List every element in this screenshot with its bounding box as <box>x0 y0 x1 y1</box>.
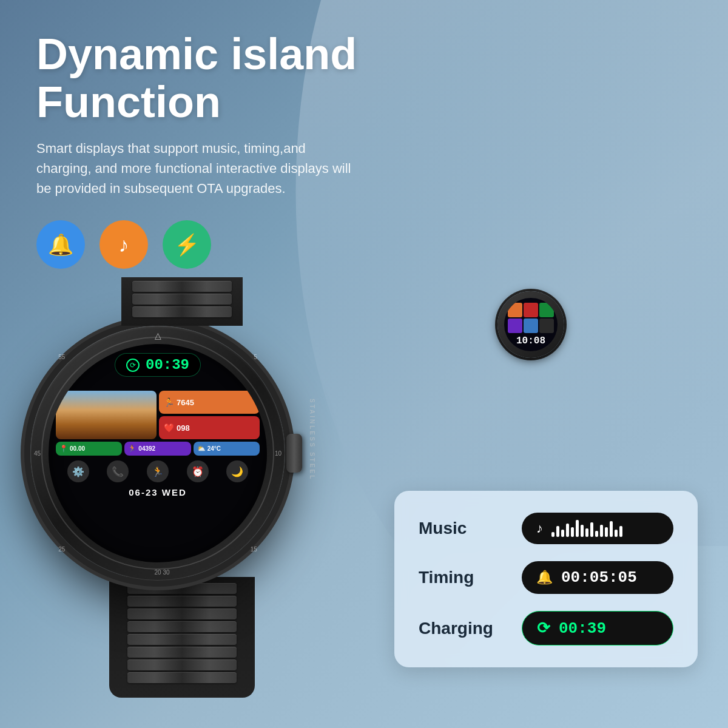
info-row-timing: Timing 🔔 00:05:05 <box>419 561 673 594</box>
feature-icons-row: 🔔 ♪ ⚡ <box>36 220 692 269</box>
music-pill-icon: ♪ <box>536 521 543 536</box>
watch-screen: ⟳ 00:39 A... 🏃 <box>49 344 267 562</box>
music-app-label: A... <box>58 377 72 387</box>
charging-label: Charging <box>419 619 497 638</box>
bezel-num-45: 45 <box>34 450 41 457</box>
header-section: Dynamic island Function Smart displays t… <box>36 30 692 269</box>
stainless-steel-label: STAINLESS STEEL <box>309 399 315 480</box>
watch-date: 06-23 WED <box>129 487 187 497</box>
watch-icon-activity[interactable]: 🏃 <box>147 460 169 482</box>
watch-bezel: △ 55 5 10 15 20 25 45 40 30 35 ⟳ 00:39 <box>30 326 285 581</box>
header-subtitle: Smart displays that support music, timin… <box>36 138 352 198</box>
music-bars <box>551 520 622 537</box>
watch-crown[interactable] <box>286 434 302 473</box>
music-note-icon: ♪ <box>119 233 129 257</box>
wrist-watch-screen: 10:08 <box>504 298 558 351</box>
watch-tile-weather: ⛅ 24°C <box>194 442 260 456</box>
watch-icon-settings[interactable]: ⚙️ <box>67 460 89 482</box>
dynamic-island-time: 00:39 <box>146 357 189 373</box>
info-row-charging: Charging ⟳ 00:39 <box>419 611 673 645</box>
steps2-value: 04392 <box>138 445 155 452</box>
timing-value: 00:05:05 <box>561 568 637 587</box>
charging-indicator-icon: ⟳ <box>126 359 140 372</box>
wrist-watch-section: 10:08 <box>497 291 564 358</box>
bezel-num-5: 5 <box>254 354 257 360</box>
bezel-mark-top: △ <box>155 331 161 340</box>
music-label: Music <box>419 519 497 538</box>
notification-icon-circle: 🔔 <box>36 220 85 269</box>
watch-band-top <box>121 277 243 326</box>
bezel-num-10: 10 <box>275 450 281 457</box>
charging-pill: ⟳ 00:39 <box>522 611 673 645</box>
watch-tile-location: 📍 00.00 <box>56 442 122 456</box>
watch-tile-steps2: 🏃 04392 <box>124 442 190 456</box>
watch-section: △ 55 5 10 15 20 25 45 40 30 35 ⟳ 00:39 <box>30 277 334 698</box>
watch-icon-sleep[interactable]: 🌙 <box>226 460 248 482</box>
watch-icon-phone[interactable]: 📞 <box>107 460 129 482</box>
dynamic-island-bar: ⟳ 00:39 <box>115 354 200 376</box>
watch-icon-alarm[interactable]: ⏰ <box>187 460 209 482</box>
info-panel: Music ♪ <box>394 491 698 667</box>
wrist-watch-bezel: 10:08 <box>497 291 564 358</box>
timing-label: Timing <box>419 568 497 587</box>
music-pill: ♪ <box>522 513 673 544</box>
bezel-num-55: 55 <box>58 354 65 360</box>
timing-pill: 🔔 00:05:05 <box>522 561 673 594</box>
page-title: Dynamic island Function <box>36 30 376 126</box>
bell-icon: 🔔 <box>48 232 73 257</box>
charging-icon-circle: ⚡ <box>163 220 211 269</box>
bezel-num-20: 20 <box>154 569 161 576</box>
music-icon-circle: ♪ <box>99 220 148 269</box>
heart-value: 098 <box>177 423 190 433</box>
watch-tile-heart: ❤️ 098 <box>159 416 260 439</box>
wrist-watch-time: 10:08 <box>516 335 545 346</box>
steps-value: 7645 <box>177 398 194 407</box>
lightning-icon: ⚡ <box>174 232 200 257</box>
bezel-num-35: 30 <box>163 569 169 576</box>
watch-band-bottom <box>109 577 255 698</box>
watch-tile-image <box>56 391 157 439</box>
wrist-watch-grid <box>508 303 554 333</box>
charging-pill-icon: ⟳ <box>537 619 550 638</box>
weather-value: 24°C <box>207 445 221 452</box>
watch-tile-steps: 🏃 7645 <box>159 391 260 414</box>
location-value: 00.00 <box>70 445 85 452</box>
bell-pill-icon: 🔔 <box>536 570 553 585</box>
info-row-music: Music ♪ <box>419 513 673 544</box>
charging-value: 00:39 <box>559 619 606 638</box>
